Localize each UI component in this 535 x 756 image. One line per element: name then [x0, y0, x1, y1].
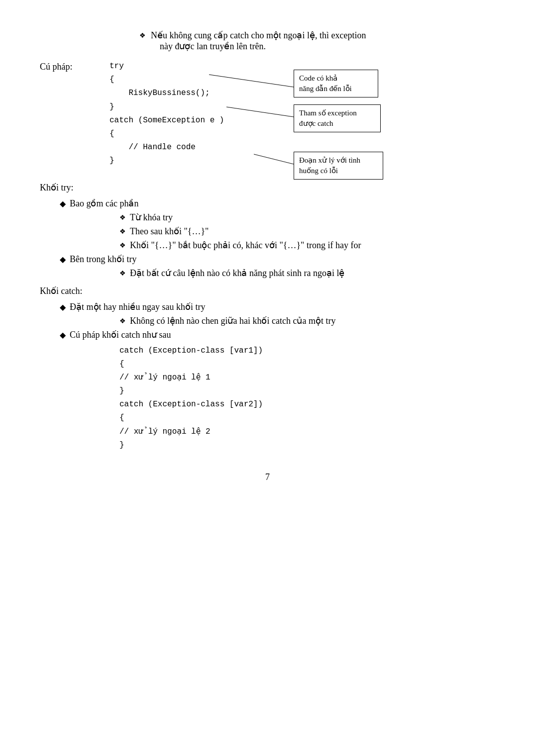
code-and-annotations: try { RiskyBussiness(); } catch (SomeExc…: [109, 60, 224, 168]
svg-line-1: [226, 107, 294, 117]
khoi-try-l1-text-1: Bao gồm các phần: [70, 198, 138, 209]
annotation-box-1: Code có khả năng dẫn đến lỗi: [294, 70, 378, 97]
khoi-try-l2-text-4: Đặt bất cứ câu lệnh nào có khả năng phát…: [130, 268, 344, 279]
khoi-catch-l2-item-1: ❖ Không có lệnh nào chen giữa hai khối c…: [119, 315, 495, 326]
catch-code-line-3: // xử lý ngoại lệ 1: [119, 371, 263, 384]
diamond-icon-1: ◆: [60, 199, 66, 208]
khoi-try-l2-item-4: ❖ Đặt bất cứ câu lệnh nào có khả năng ph…: [119, 268, 495, 279]
small-bullet-sym-2: ❖: [119, 227, 126, 236]
syntax-section: Cú pháp: try { RiskyBussiness(); } catch…: [40, 60, 495, 168]
code-line-5: catch (SomeException e ): [109, 114, 224, 127]
catch-code-lines: catch (Exception-class [var1]) { // xử l…: [119, 344, 263, 453]
khoi-try-l1-list: ◆ Bao gồm các phần ❖ Từ khóa try ❖ Theo …: [60, 198, 495, 279]
bullet-sym-1: ❖: [139, 31, 146, 40]
khoi-try-l2-text-2: Theo sau khối "{…}": [130, 226, 209, 237]
catch-code-line-5: catch (Exception-class [var2]): [119, 398, 263, 411]
catch-code-line-8: }: [119, 439, 263, 452]
khoi-try-title: Khối try:: [40, 182, 495, 193]
small-bullet-sym-4: ❖: [119, 269, 126, 278]
khoi-catch-title: Khối catch:: [40, 285, 495, 296]
khoi-try-section: Khối try: ◆ Bao gồm các phần ❖ Từ khóa t…: [40, 182, 495, 279]
khoi-try-l1-item-1: ◆ Bao gồm các phần: [60, 198, 495, 209]
small-bullet-sym-5: ❖: [119, 317, 126, 325]
annotation-box-3: Đoạn xử lý với tình huống có lỗi: [294, 152, 383, 180]
code-line-1: try: [109, 60, 224, 73]
code-line-8: }: [109, 154, 224, 168]
code-line-4: }: [109, 100, 224, 114]
catch-code-line-1: catch (Exception-class [var1]): [119, 344, 263, 358]
khoi-try-l2-item-3: ❖ Khối "{…}" bắt buộc phải có, khác với …: [119, 240, 495, 251]
annotation-box-2: Tham số exception được catch: [294, 104, 381, 132]
catch-code-line-2: {: [119, 358, 263, 371]
khoi-catch-l1-item-1: ◆ Đặt một hay nhiều ngay sau khối try: [60, 301, 495, 312]
khoi-catch-l2-text-1: Không có lệnh nào chen giữa hai khối cat…: [130, 315, 335, 326]
khoi-catch-l1-list: ◆ Đặt một hay nhiều ngay sau khối try ❖ …: [60, 301, 495, 453]
khoi-catch-l1-text-2: Cú pháp khối catch như sau: [70, 329, 171, 340]
diamond-icon-4: ◆: [60, 330, 66, 340]
catch-code-line-4: }: [119, 384, 263, 398]
khoi-try-l2-text-1: Từ khóa try: [130, 212, 173, 223]
syntax-label: Cú pháp:: [40, 62, 100, 72]
khoi-catch-section: Khối catch: ◆ Đặt một hay nhiều ngay sau…: [40, 285, 495, 453]
svg-line-2: [254, 154, 294, 164]
khoi-try-l2-item-1: ❖ Từ khóa try: [119, 212, 495, 223]
khoi-try-l1-item-2: ◆ Bên trong khối try: [60, 254, 495, 265]
intro-bullet-text-1: Nếu không cung cấp catch cho một ngoại l…: [151, 30, 366, 52]
code-block-catch: catch (Exception-class [var1]) { // xử l…: [119, 344, 495, 453]
code-line-7: // Handle code: [109, 141, 224, 154]
page-number: 7: [40, 472, 495, 482]
khoi-try-l1-text-2: Bên trong khối try: [70, 254, 137, 265]
catch-code-line-6: {: [119, 411, 263, 425]
diamond-icon-2: ◆: [60, 255, 66, 264]
khoi-try-l2-list-2: ❖ Đặt bất cứ câu lệnh nào có khả năng ph…: [100, 268, 495, 279]
small-bullet-sym-3: ❖: [119, 241, 126, 250]
intro-bullet-1: ❖ Nếu không cung cấp catch cho một ngoại…: [139, 30, 495, 52]
catch-code-line-7: // xử lý ngoại lệ 2: [119, 425, 263, 439]
khoi-catch-l1-text-1: Đặt một hay nhiều ngay sau khối try: [70, 301, 205, 312]
khoi-try-l2-text-3: Khối "{…}" bắt buộc phải có, khác với "{…: [130, 240, 361, 251]
code-line-6: {: [109, 127, 224, 141]
intro-bullets: ❖ Nếu không cung cấp catch cho một ngoại…: [139, 30, 495, 52]
diamond-icon-3: ◆: [60, 302, 66, 312]
khoi-try-l2-list-1: ❖ Từ khóa try ❖ Theo sau khối "{…}" ❖ Kh…: [100, 212, 495, 251]
khoi-catch-l1-item-2: ◆ Cú pháp khối catch như sau: [60, 329, 495, 340]
khoi-catch-l2-list-1: ❖ Không có lệnh nào chen giữa hai khối c…: [100, 315, 495, 326]
code-block-syntax: try { RiskyBussiness(); } catch (SomeExc…: [109, 60, 224, 168]
small-bullet-sym-1: ❖: [119, 213, 126, 222]
code-line-2: {: [109, 73, 224, 87]
page-content: ❖ Nếu không cung cấp catch cho một ngoại…: [40, 30, 495, 482]
khoi-try-l2-item-2: ❖ Theo sau khối "{…}": [119, 226, 495, 237]
code-line-3: RiskyBussiness();: [109, 87, 224, 100]
